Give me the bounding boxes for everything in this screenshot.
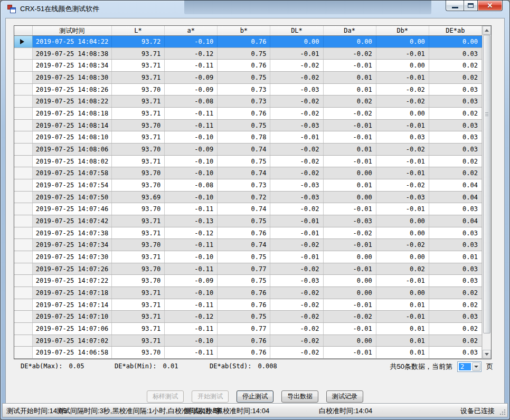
grid-cell[interactable]: 0.02 [429, 323, 482, 335]
table-row[interactable]: 2019-07-25 14:08:2293.71-0.080.73-0.020.… [14, 96, 482, 108]
grid-cell[interactable]: -0.02 [324, 48, 376, 60]
grid-cell[interactable]: 0.00 [429, 36, 482, 47]
column-header[interactable]: Db* [376, 26, 429, 35]
grid-cell[interactable]: 0.01 [324, 84, 376, 96]
grid-cell[interactable]: -0.09 [165, 275, 218, 287]
grid-cell[interactable]: -0.02 [270, 287, 323, 299]
grid-cell[interactable]: 2019-07-25 14:06:58 [33, 347, 112, 358]
table-row[interactable]: 2019-07-25 14:08:0693.70-0.090.74-0.020.… [14, 144, 482, 156]
grid-cell[interactable]: 0.76 [218, 335, 270, 347]
table-row[interactable]: 2019-07-25 14:07:5493.70-0.080.73-0.030.… [14, 179, 482, 192]
grid-cell[interactable]: 2019-07-25 14:08:26 [33, 84, 112, 96]
grid-cell[interactable]: -0.02 [270, 96, 323, 107]
grid-cell[interactable]: -0.12 [165, 48, 218, 60]
grid-cell[interactable]: 0.03 [429, 84, 482, 96]
grid-cell[interactable]: -0.02 [270, 156, 323, 167]
row-selector[interactable] [14, 192, 33, 203]
grid-cell[interactable]: 2019-07-25 14:08:18 [33, 108, 112, 119]
grid-cell[interactable]: -0.01 [270, 131, 323, 143]
row-selector[interactable] [14, 167, 33, 179]
table-row[interactable]: 2019-07-25 14:08:3493.71-0.110.76-0.02-0… [14, 60, 482, 72]
vertical-scrollbar[interactable] [482, 26, 491, 359]
grid-cell[interactable]: 0.03 [429, 96, 482, 107]
grid-cell[interactable]: 0.01 [376, 299, 429, 311]
row-selector[interactable] [14, 263, 33, 275]
grid-cell[interactable]: 2019-07-25 14:07:26 [33, 263, 112, 275]
grid-cell[interactable]: 0.03 [429, 239, 482, 251]
grid-cell[interactable]: 0.76 [218, 227, 270, 239]
grid-cell[interactable]: 0.78 [218, 131, 270, 143]
grid-cell[interactable]: 93.71 [112, 287, 165, 299]
scroll-thumb[interactable] [483, 35, 490, 333]
grid-cell[interactable]: 2019-07-25 14:07:10 [33, 311, 112, 322]
grid-cell[interactable]: -0.12 [165, 311, 218, 322]
grid-cell[interactable]: -0.03 [270, 275, 323, 287]
grid-cell[interactable]: 0.04 [429, 179, 482, 191]
grid-cell[interactable]: 0.04 [429, 215, 482, 227]
row-selector[interactable] [14, 275, 33, 287]
grid-cell[interactable]: -0.12 [165, 227, 218, 239]
grid-cell[interactable]: -0.02 [270, 323, 323, 335]
grid-cell[interactable]: -0.01 [376, 48, 429, 60]
grid-cell[interactable]: 0.75 [218, 156, 270, 167]
grid-cell[interactable]: 0.73 [218, 96, 270, 107]
grid-cell[interactable]: 0.04 [429, 192, 482, 203]
grid-cell[interactable]: 0.03 [429, 48, 482, 60]
grid-cell[interactable]: -0.01 [324, 203, 376, 215]
grid-cell[interactable]: 93.71 [112, 335, 165, 347]
grid-cell[interactable]: 93.71 [112, 72, 165, 83]
table-row[interactable]: 2019-07-25 14:07:1493.71-0.110.76-0.02-0… [14, 299, 482, 311]
grid-cell[interactable]: -0.02 [324, 311, 376, 322]
grid-cell[interactable]: -0.01 [376, 120, 429, 131]
grid-cell[interactable]: 0.03 [429, 120, 482, 131]
grid-cell[interactable]: -0.11 [165, 203, 218, 215]
row-selector[interactable] [14, 239, 33, 251]
table-row[interactable]: 2019-07-25 14:08:1093.71-0.100.78-0.01-0… [14, 131, 482, 144]
grid-cell[interactable]: 2019-07-25 14:08:06 [33, 144, 112, 155]
grid-cell[interactable]: -0.03 [270, 120, 323, 131]
grid-cell[interactable]: -0.01 [376, 275, 429, 287]
grid-cell[interactable]: 93.70 [112, 179, 165, 191]
grid-cell[interactable]: 93.70 [112, 120, 165, 131]
page-select[interactable]: 2 [457, 361, 481, 372]
grid-cell[interactable]: 0.00 [324, 251, 376, 263]
grid-cell[interactable]: 0.76 [218, 299, 270, 311]
grid-cell[interactable]: -0.03 [270, 192, 323, 203]
grid-cell[interactable]: -0.02 [376, 179, 429, 191]
column-header[interactable]: DE*ab [429, 26, 482, 35]
grid-cell[interactable]: -0.10 [165, 131, 218, 143]
grid-cell[interactable]: 93.71 [112, 323, 165, 335]
grid-cell[interactable]: 0.75 [218, 48, 270, 60]
grid-cell[interactable]: 2019-07-25 14:07:34 [33, 239, 112, 251]
grid-cell[interactable]: 0.73 [218, 179, 270, 191]
column-header[interactable]: L* [112, 26, 165, 35]
grid-cell[interactable]: 0.02 [376, 263, 429, 275]
grid-cell[interactable]: 93.71 [112, 299, 165, 311]
grid-cell[interactable]: 2019-07-25 14:08:34 [33, 60, 112, 71]
row-selector[interactable] [14, 96, 33, 107]
row-selector[interactable] [14, 227, 33, 239]
maximize-button[interactable] [464, 1, 478, 11]
grid-cell[interactable]: 93.71 [112, 311, 165, 322]
grid-cell[interactable]: 2019-07-25 14:08:22 [33, 96, 112, 107]
row-selector[interactable] [14, 72, 33, 83]
grid-cell[interactable]: 93.71 [112, 131, 165, 143]
grid-cell[interactable]: 0.03 [429, 275, 482, 287]
grid-cell[interactable]: 2019-07-25 14:07:22 [33, 275, 112, 287]
row-selector[interactable] [14, 156, 33, 167]
grid-cell[interactable]: 2019-07-25 14:08:30 [33, 72, 112, 83]
table-row[interactable]: 2019-07-25 14:07:3493.70-0.110.74-0.02-0… [14, 239, 482, 251]
grid-cell[interactable]: 2019-07-25 14:07:50 [33, 192, 112, 203]
page-select-dropdown-button[interactable] [472, 362, 480, 371]
table-row[interactable]: 2019-07-25 14:07:0293.71-0.100.76-0.020.… [14, 335, 482, 347]
grid-cell[interactable]: -0.02 [270, 60, 323, 71]
row-selector[interactable] [14, 215, 33, 227]
grid-cell[interactable]: 0.00 [376, 251, 429, 263]
grid-cell[interactable]: 0.74 [218, 167, 270, 179]
grid-cell[interactable]: -0.02 [270, 239, 323, 251]
grid-cell[interactable]: 0.77 [218, 323, 270, 335]
grid-cell[interactable]: -0.01 [324, 263, 376, 275]
grid-cell[interactable]: 0.00 [376, 36, 429, 47]
close-button[interactable]: ✕ [478, 1, 503, 11]
grid-cell[interactable]: 2019-07-25 14:07:06 [33, 323, 112, 335]
